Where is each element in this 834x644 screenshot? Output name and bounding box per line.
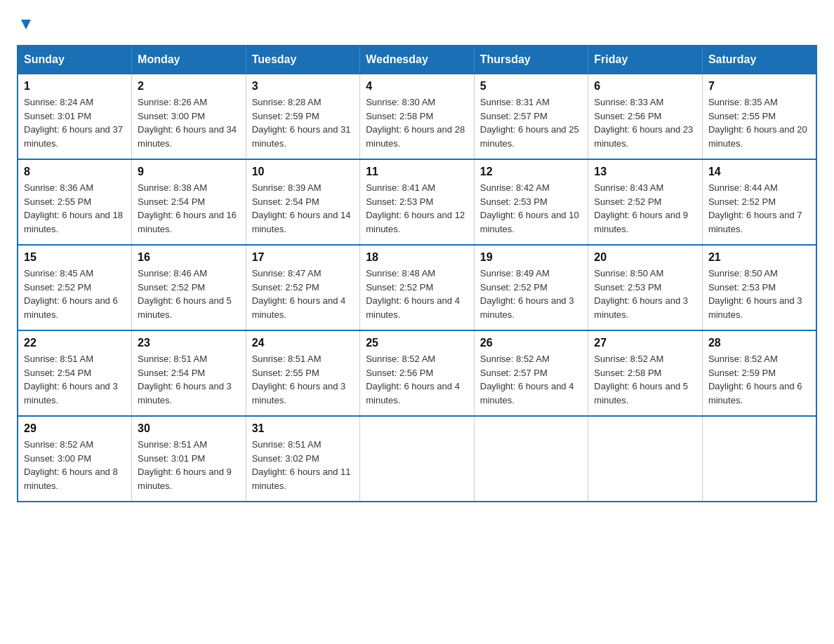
day-info: Sunrise: 8:47 AMSunset: 2:52 PMDaylight:… — [252, 267, 355, 321]
day-number: 18 — [366, 251, 468, 264]
day-number: 4 — [366, 80, 468, 93]
calendar-cell: 7Sunrise: 8:35 AMSunset: 2:55 PMDaylight… — [702, 74, 816, 159]
calendar-cell: 26Sunrise: 8:52 AMSunset: 2:57 PMDayligh… — [474, 330, 588, 416]
day-info: Sunrise: 8:43 AMSunset: 2:52 PMDaylight:… — [594, 181, 696, 236]
day-info: Sunrise: 8:51 AMSunset: 2:54 PMDaylight:… — [24, 352, 126, 407]
day-number: 5 — [480, 80, 583, 93]
day-info: Sunrise: 8:35 AMSunset: 2:55 PMDaylight:… — [708, 95, 810, 150]
day-number: 20 — [594, 251, 696, 264]
weekday-header-friday: Friday — [588, 46, 703, 74]
calendar-cell: 6Sunrise: 8:33 AMSunset: 2:56 PMDaylight… — [588, 74, 703, 159]
calendar-week-row: 15Sunrise: 8:45 AMSunset: 2:52 PMDayligh… — [18, 245, 816, 330]
day-info: Sunrise: 8:28 AMSunset: 2:59 PMDaylight:… — [252, 95, 355, 150]
day-info: Sunrise: 8:44 AMSunset: 2:52 PMDaylight:… — [708, 181, 810, 236]
day-info: Sunrise: 8:38 AMSunset: 2:54 PMDaylight:… — [138, 181, 240, 236]
day-number: 10 — [252, 166, 355, 178]
day-number: 31 — [252, 422, 355, 435]
day-number: 17 — [252, 251, 355, 264]
day-info: Sunrise: 8:46 AMSunset: 2:52 PMDaylight:… — [138, 267, 240, 321]
calendar-cell: 20Sunrise: 8:50 AMSunset: 2:53 PMDayligh… — [588, 245, 703, 330]
day-info: Sunrise: 8:39 AMSunset: 2:54 PMDaylight:… — [252, 181, 355, 236]
calendar-cell — [702, 416, 816, 502]
day-info: Sunrise: 8:33 AMSunset: 2:56 PMDaylight:… — [594, 95, 696, 150]
calendar-cell: 14Sunrise: 8:44 AMSunset: 2:52 PMDayligh… — [702, 159, 816, 245]
calendar-cell — [588, 416, 703, 502]
page-header — [17, 17, 817, 32]
calendar-cell: 12Sunrise: 8:42 AMSunset: 2:53 PMDayligh… — [474, 159, 588, 245]
day-number: 13 — [594, 166, 696, 178]
day-number: 8 — [24, 166, 126, 178]
day-info: Sunrise: 8:52 AMSunset: 2:57 PMDaylight:… — [480, 352, 583, 407]
day-info: Sunrise: 8:52 AMSunset: 2:59 PMDaylight:… — [708, 352, 810, 407]
day-info: Sunrise: 8:30 AMSunset: 2:58 PMDaylight:… — [366, 95, 468, 150]
calendar-cell: 23Sunrise: 8:51 AMSunset: 2:54 PMDayligh… — [132, 330, 246, 416]
calendar-cell — [360, 416, 475, 502]
calendar-cell: 10Sunrise: 8:39 AMSunset: 2:54 PMDayligh… — [246, 159, 360, 245]
day-info: Sunrise: 8:51 AMSunset: 3:02 PMDaylight:… — [252, 438, 355, 492]
calendar-cell: 31Sunrise: 8:51 AMSunset: 3:02 PMDayligh… — [246, 416, 360, 502]
day-number: 30 — [138, 422, 240, 435]
day-info: Sunrise: 8:48 AMSunset: 2:52 PMDaylight:… — [366, 267, 468, 321]
logo — [17, 17, 34, 32]
day-number: 27 — [594, 337, 696, 349]
calendar-cell: 3Sunrise: 8:28 AMSunset: 2:59 PMDaylight… — [246, 74, 360, 159]
day-number: 1 — [24, 80, 126, 93]
calendar-cell: 13Sunrise: 8:43 AMSunset: 2:52 PMDayligh… — [588, 159, 703, 245]
day-info: Sunrise: 8:26 AMSunset: 3:00 PMDaylight:… — [138, 95, 240, 150]
calendar-cell: 11Sunrise: 8:41 AMSunset: 2:53 PMDayligh… — [360, 159, 475, 245]
day-info: Sunrise: 8:51 AMSunset: 2:54 PMDaylight:… — [138, 352, 240, 407]
day-number: 29 — [24, 422, 126, 435]
day-number: 2 — [138, 80, 240, 93]
day-number: 15 — [24, 251, 126, 264]
calendar-cell: 9Sunrise: 8:38 AMSunset: 2:54 PMDaylight… — [132, 159, 246, 245]
day-info: Sunrise: 8:49 AMSunset: 2:52 PMDaylight:… — [480, 267, 583, 321]
day-info: Sunrise: 8:51 AMSunset: 3:01 PMDaylight:… — [138, 438, 240, 492]
day-number: 9 — [138, 166, 240, 178]
calendar-table: SundayMondayTuesdayWednesdayThursdayFrid… — [17, 45, 817, 502]
day-info: Sunrise: 8:42 AMSunset: 2:53 PMDaylight:… — [480, 181, 583, 236]
day-number: 28 — [708, 337, 810, 349]
calendar-cell: 8Sunrise: 8:36 AMSunset: 2:55 PMDaylight… — [18, 159, 132, 245]
calendar-cell: 22Sunrise: 8:51 AMSunset: 2:54 PMDayligh… — [18, 330, 132, 416]
day-number: 7 — [708, 80, 810, 93]
calendar-cell: 1Sunrise: 8:24 AMSunset: 3:01 PMDaylight… — [18, 74, 132, 159]
day-number: 25 — [366, 337, 468, 349]
calendar-cell: 5Sunrise: 8:31 AMSunset: 2:57 PMDaylight… — [474, 74, 588, 159]
calendar-week-row: 29Sunrise: 8:52 AMSunset: 3:00 PMDayligh… — [18, 416, 816, 502]
calendar-cell: 15Sunrise: 8:45 AMSunset: 2:52 PMDayligh… — [18, 245, 132, 330]
day-number: 21 — [708, 251, 810, 264]
calendar-week-row: 22Sunrise: 8:51 AMSunset: 2:54 PMDayligh… — [18, 330, 816, 416]
calendar-cell: 2Sunrise: 8:26 AMSunset: 3:00 PMDaylight… — [132, 74, 246, 159]
day-number: 6 — [594, 80, 696, 93]
day-info: Sunrise: 8:51 AMSunset: 2:55 PMDaylight:… — [252, 352, 355, 407]
calendar-cell: 30Sunrise: 8:51 AMSunset: 3:01 PMDayligh… — [132, 416, 246, 502]
calendar-cell: 28Sunrise: 8:52 AMSunset: 2:59 PMDayligh… — [702, 330, 816, 416]
day-info: Sunrise: 8:36 AMSunset: 2:55 PMDaylight:… — [24, 181, 126, 236]
svg-marker-0 — [21, 20, 31, 29]
day-info: Sunrise: 8:24 AMSunset: 3:01 PMDaylight:… — [24, 95, 126, 150]
day-number: 23 — [138, 337, 240, 349]
day-info: Sunrise: 8:52 AMSunset: 3:00 PMDaylight:… — [24, 438, 126, 492]
day-number: 16 — [138, 251, 240, 264]
weekday-header-monday: Monday — [132, 46, 246, 74]
day-info: Sunrise: 8:50 AMSunset: 2:53 PMDaylight:… — [708, 267, 810, 321]
weekday-header-thursday: Thursday — [474, 46, 588, 74]
calendar-cell: 16Sunrise: 8:46 AMSunset: 2:52 PMDayligh… — [132, 245, 246, 330]
day-number: 24 — [252, 337, 355, 349]
calendar-cell — [474, 416, 588, 502]
weekday-header-sunday: Sunday — [18, 46, 132, 74]
calendar-cell: 27Sunrise: 8:52 AMSunset: 2:58 PMDayligh… — [588, 330, 703, 416]
day-number: 11 — [366, 166, 468, 178]
day-number: 26 — [480, 337, 583, 349]
calendar-cell: 19Sunrise: 8:49 AMSunset: 2:52 PMDayligh… — [474, 245, 588, 330]
day-info: Sunrise: 8:41 AMSunset: 2:53 PMDaylight:… — [366, 181, 468, 236]
weekday-header-wednesday: Wednesday — [360, 46, 475, 74]
calendar-cell: 21Sunrise: 8:50 AMSunset: 2:53 PMDayligh… — [702, 245, 816, 330]
calendar-cell: 25Sunrise: 8:52 AMSunset: 2:56 PMDayligh… — [360, 330, 475, 416]
day-info: Sunrise: 8:50 AMSunset: 2:53 PMDaylight:… — [594, 267, 696, 321]
day-number: 22 — [24, 337, 126, 349]
day-number: 19 — [480, 251, 583, 264]
day-info: Sunrise: 8:52 AMSunset: 2:56 PMDaylight:… — [366, 352, 468, 407]
day-number: 14 — [708, 166, 810, 178]
calendar-week-row: 1Sunrise: 8:24 AMSunset: 3:01 PMDaylight… — [18, 74, 816, 159]
